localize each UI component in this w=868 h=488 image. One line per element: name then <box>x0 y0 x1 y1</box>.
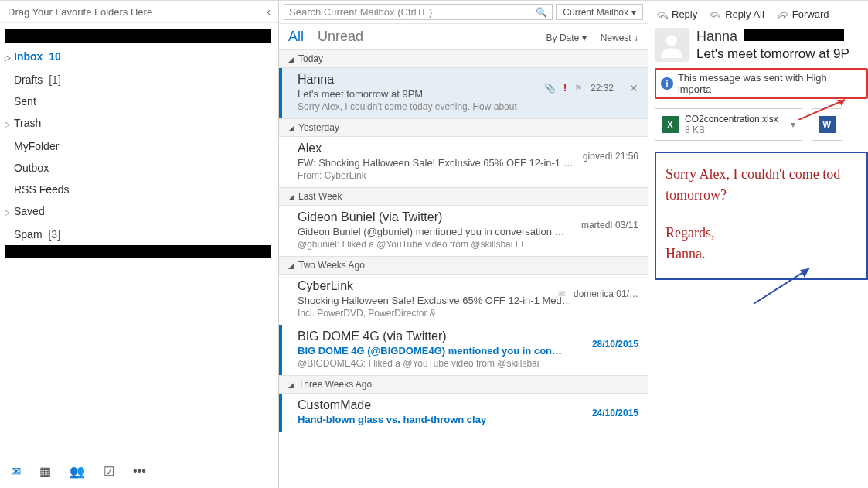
message-preview: @BIGDOME4G: I liked a @YouTube video fro… <box>298 358 638 369</box>
folder-myfolder[interactable]: MyFolder <box>0 135 278 157</box>
search-placeholder: Search Current Mailbox (Ctrl+E) <box>289 6 536 18</box>
tab-unread[interactable]: Unread <box>318 29 363 45</box>
message-item[interactable]: HannaLet's meet tomorrow at 9PMSorry Ale… <box>279 68 648 118</box>
collapse-favorites-icon[interactable]: ‹ <box>267 5 271 18</box>
sort-by-button[interactable]: By Date ▾ <box>546 32 587 43</box>
attachment-excel[interactable]: X CO2concentration.xlsx 8 KB ▾ <box>655 108 802 141</box>
message-time: martedì 03/11 <box>581 220 638 230</box>
flag-icon[interactable]: ⚑ <box>574 83 583 94</box>
reply-all-button[interactable]: Reply All <box>710 9 764 20</box>
message-list: TodayHannaLet's meet tomorrow at 9PMSorr… <box>279 49 648 488</box>
mail-nav-icon[interactable]: ✉ <box>11 464 21 479</box>
folder-inbox[interactable]: ▷Inbox 10 <box>0 46 278 69</box>
tab-all[interactable]: All <box>288 29 304 45</box>
sender-email <box>744 29 844 41</box>
annotation-arrow-red <box>798 97 853 120</box>
folder-sent[interactable]: Sent <box>0 90 278 112</box>
chevron-down-icon: ▾ <box>631 7 636 18</box>
sender-name: Hanna <box>696 29 737 44</box>
message-list-pane: Search Current Mailbox (Ctrl+E) 🔍 Curren… <box>279 1 648 488</box>
folder-pane: Drag Your Favorite Folders Here ‹ ▷Inbox… <box>0 1 279 488</box>
folder-saved[interactable]: ▷Saved <box>0 200 278 224</box>
group-header[interactable]: Three Weeks Ago <box>279 375 648 394</box>
message-item[interactable]: CustomMadeHand-blown glass vs. hand-thro… <box>279 394 648 432</box>
svg-line-1 <box>798 100 845 120</box>
account-header[interactable] <box>5 29 271 43</box>
nav-bar: ✉ ▦ 👥 ☑ ••• <box>0 456 278 488</box>
attachment-icon: 📎 <box>544 83 556 94</box>
folder-trash[interactable]: ▷Trash <box>0 112 278 135</box>
group-header[interactable]: Last Week <box>279 187 648 206</box>
favorites-bar: Drag Your Favorite Folders Here ‹ <box>0 1 278 23</box>
tasks-nav-icon[interactable]: ☑ <box>104 464 114 479</box>
message-body: Sorry Alex, I couldn't come tod tomorrow… <box>655 152 868 280</box>
message-item[interactable]: AlexFW: Shocking Halloween Sale! Exclusi… <box>279 137 648 187</box>
message-from: BIG DOME 4G (via Twitter) <box>298 329 638 343</box>
chevron-down-icon[interactable]: ▾ <box>791 119 795 130</box>
message-preview: Sorry Alex, I couldn't come today evenin… <box>298 101 638 112</box>
calendar-nav-icon[interactable]: ▦ <box>39 464 51 479</box>
expand-icon[interactable]: ▷ <box>5 118 12 131</box>
excel-icon: X <box>662 116 679 133</box>
sender-avatar <box>655 28 689 62</box>
sort-order-button[interactable]: Newest ↓ <box>601 32 638 43</box>
group-header[interactable]: Yesterday <box>279 118 648 137</box>
message-subject: Let's meet tomorrow at 9P <box>696 46 849 62</box>
message-time: 22:32 <box>591 83 614 94</box>
reply-button[interactable]: Reply <box>656 9 697 20</box>
attachment-size: 8 KB <box>685 125 778 135</box>
forward-button[interactable]: Forward <box>777 9 829 20</box>
importance-icon: ! <box>563 83 567 94</box>
annotation-arrow-blue <box>747 264 817 310</box>
people-nav-icon[interactable]: 👥 <box>70 464 85 479</box>
message-item[interactable]: BIG DOME 4G (via Twitter)BIG DOME 4G (@B… <box>279 325 648 375</box>
message-subject: Hand-blown glass vs. hand-thrown clay <box>298 414 638 425</box>
message-preview: Incl. PowerDVD, PowerDirector & <box>298 308 638 319</box>
attachment-name: CO2concentration.xlsx <box>685 114 778 125</box>
message-item[interactable]: Gideon Buniel (via Twitter)Gideon Buniel… <box>279 206 648 256</box>
message-from: CustomMade <box>298 398 638 412</box>
message-subject: BIG DOME 4G (@BIGDOME4G) mentioned you i… <box>298 345 638 357</box>
group-header[interactable]: Two Weeks Ago <box>279 256 648 275</box>
message-preview: @gbuniel: I liked a @YouTube video from … <box>298 239 638 250</box>
search-scope-dropdown[interactable]: Current Mailbox▾ <box>556 4 643 20</box>
search-input[interactable]: Search Current Mailbox (Ctrl+E) 🔍 <box>284 4 553 20</box>
more-nav-icon[interactable]: ••• <box>133 464 146 479</box>
delete-icon[interactable]: ✕ <box>629 82 638 94</box>
info-icon: i <box>661 77 673 90</box>
message-time: giovedì 21:56 <box>583 151 638 162</box>
envelope-icon: ✉ <box>558 288 566 299</box>
message-preview: From: CyberLink <box>298 170 638 181</box>
folder-rss-feeds[interactable]: RSS Feeds <box>0 179 278 200</box>
account-header-2[interactable] <box>5 245 271 258</box>
message-time: 28/10/2015 <box>592 339 638 350</box>
folder-list: ▷Inbox 10Drafts [1]Sent▷TrashMyFolderOut… <box>0 46 278 241</box>
favorites-text: Drag Your Favorite Folders Here <box>8 6 152 18</box>
reading-pane: Reply Reply All Forward Hanna Let's meet… <box>648 1 868 488</box>
importance-infobar: i This message was sent with High import… <box>655 68 868 99</box>
message-item[interactable]: CyberLinkShocking Halloween Sale! Exclus… <box>279 275 648 325</box>
expand-icon[interactable]: ▷ <box>5 206 12 220</box>
message-time: domenica 01/… <box>574 288 638 299</box>
folder-drafts[interactable]: Drafts [1] <box>0 69 278 90</box>
group-header[interactable]: Today <box>279 49 648 68</box>
folder-spam[interactable]: Spam [3] <box>0 224 278 241</box>
search-icon[interactable]: 🔍 <box>536 7 547 18</box>
folder-outbox[interactable]: Outbox <box>0 157 278 179</box>
svg-point-0 <box>666 35 677 46</box>
message-time: 24/10/2015 <box>592 408 638 418</box>
expand-icon[interactable]: ▷ <box>5 51 12 65</box>
svg-line-3 <box>754 268 809 304</box>
